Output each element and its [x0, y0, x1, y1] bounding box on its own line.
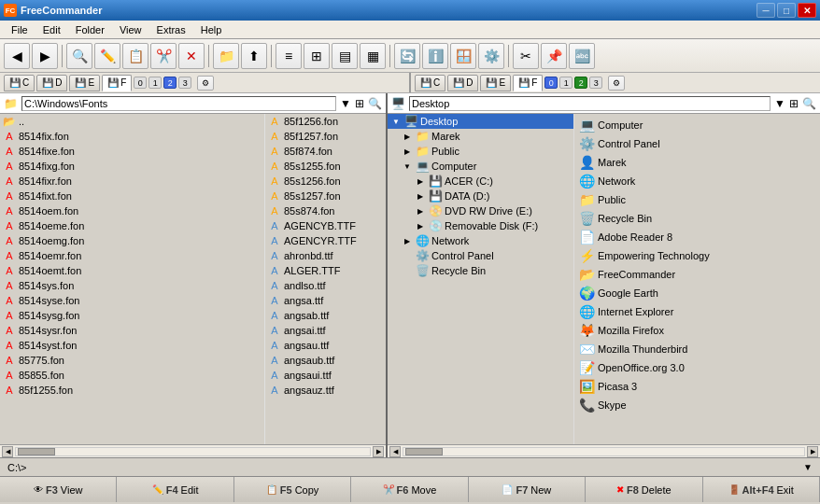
- list-item[interactable]: A8514syse.fon: [0, 293, 264, 308]
- list-item[interactable]: A8514fixr.fon: [0, 174, 264, 189]
- icon-item-computer[interactable]: 💻 Computer: [576, 116, 818, 134]
- tree-item-acer[interactable]: ▶ 💾 ACER (C:): [388, 174, 573, 189]
- folder-up-button[interactable]: ⬆: [241, 43, 267, 69]
- title-bar-buttons[interactable]: ─ □ ✕: [756, 3, 816, 18]
- tree-expand-data[interactable]: ▶: [414, 189, 427, 203]
- tree-item-public[interactable]: ▶ 📁 Public: [388, 144, 573, 159]
- list-item[interactable]: A8514fix.fon: [0, 129, 264, 144]
- properties-button[interactable]: ℹ️: [422, 43, 448, 69]
- tree-item-desktop[interactable]: ▼ 🖥️ Desktop: [388, 114, 573, 129]
- list-item[interactable]: A8514sysg.fon: [0, 308, 264, 323]
- left-hscroll-thumb[interactable]: [18, 448, 55, 455]
- icon-item-network[interactable]: 🌐 Network: [576, 172, 818, 190]
- icon-item-empowering[interactable]: ⚡ Empowering Technology: [576, 246, 818, 265]
- right-hscroll-track[interactable]: [403, 447, 805, 456]
- move-button[interactable]: ✂️: [150, 43, 177, 69]
- list-item[interactable]: A8514oem.fon: [0, 203, 264, 218]
- list-item[interactable]: A8514oeme.fon: [0, 218, 264, 233]
- left-tab-3[interactable]: 3: [178, 77, 191, 89]
- icon-item-googleearth[interactable]: 🌍 Google Earth: [576, 284, 818, 302]
- list-item[interactable]: AAGENCYB.TTF: [265, 218, 386, 233]
- menu-view[interactable]: View: [112, 22, 149, 37]
- tree-item-computer[interactable]: ▼ 💻 Computer: [388, 159, 573, 174]
- list-item[interactable]: A85s1256.fon: [265, 174, 386, 189]
- list-item[interactable]: AALGER.TTF: [265, 263, 386, 278]
- view1-button[interactable]: ≡: [276, 43, 302, 69]
- left-path-btn2[interactable]: ⊞: [355, 97, 364, 110]
- icon-item-controlpanel[interactable]: ⚙️ Control Panel: [576, 134, 818, 153]
- list-item[interactable]: A8514fixg.fon: [0, 159, 264, 174]
- f3-view-button[interactable]: 👁 F3 View: [0, 477, 117, 502]
- icon-item-adobe[interactable]: 📄 Adobe Reader 8: [576, 228, 818, 246]
- left-drive-e[interactable]: 💾 E: [69, 75, 100, 91]
- right-path-btn1[interactable]: ▼: [774, 97, 785, 110]
- icon-item-thunderbird[interactable]: ✉️ Mozilla Thunderbird: [576, 340, 818, 358]
- copy-button[interactable]: 📋: [122, 43, 148, 69]
- left-tab-1[interactable]: 1: [148, 77, 162, 89]
- left-hscroll-left[interactable]: ◀: [2, 446, 13, 457]
- right-panel-settings[interactable]: ⚙: [608, 76, 625, 91]
- tree-item-marek[interactable]: ▶ 📁 Marek: [388, 129, 573, 144]
- altf4-exit-button[interactable]: 🚪 Alt+F4 Exit: [703, 477, 820, 502]
- right-tab-2[interactable]: 2: [574, 77, 587, 89]
- list-item[interactable]: Aangsau.ttf: [265, 338, 386, 353]
- right-drive-d[interactable]: 💾 D: [447, 75, 478, 91]
- paste-button[interactable]: 📌: [541, 43, 567, 69]
- list-item[interactable]: Aangsai.ttf: [265, 323, 386, 338]
- left-drive-c[interactable]: 💾 C: [4, 75, 35, 91]
- forward-button[interactable]: ▶: [32, 43, 58, 69]
- icon-item-skype[interactable]: 📞 Skype: [576, 396, 818, 414]
- tree-item-network[interactable]: ▶ 🌐 Network: [388, 233, 573, 248]
- icon-item-recycle[interactable]: 🗑️ Recycle Bin: [576, 209, 818, 228]
- list-item[interactable]: A85f1256.fon: [265, 114, 386, 129]
- settings-button[interactable]: ⚙️: [478, 43, 504, 69]
- left-path-btn1[interactable]: ▼: [340, 97, 351, 110]
- view3-button[interactable]: ▤: [332, 43, 358, 69]
- list-item[interactable]: Aangsaui.ttf: [265, 368, 386, 383]
- refresh-button[interactable]: 🔄: [394, 43, 420, 69]
- menu-extras[interactable]: Extras: [149, 22, 193, 37]
- tree-expand-acer[interactable]: ▶: [414, 175, 427, 188]
- list-item[interactable]: Aangsab.ttf: [265, 308, 386, 323]
- list-item[interactable]: AAGENCYR.TTF: [265, 233, 386, 248]
- list-item[interactable]: A8514sys.fon: [0, 278, 264, 293]
- scissors-button[interactable]: ✂: [513, 43, 539, 69]
- left-folder-icon[interactable]: 📁: [4, 97, 18, 110]
- left-path-btn3[interactable]: 🔍: [368, 97, 382, 110]
- search-button[interactable]: 🔍: [66, 43, 92, 69]
- delete-button[interactable]: ✕: [178, 43, 205, 69]
- icon-item-openoffice[interactable]: 📝 OpenOffice.org 3.0: [576, 358, 818, 377]
- list-item[interactable]: A85775.fon: [0, 353, 264, 368]
- tree-expand-marek[interactable]: ▶: [401, 130, 414, 143]
- left-hscroll-track[interactable]: [15, 447, 371, 456]
- right-path-btn3[interactable]: 🔍: [802, 97, 816, 110]
- edit-button[interactable]: ✏️: [94, 43, 120, 69]
- left-drive-d[interactable]: 💾 D: [36, 75, 67, 91]
- view4-button[interactable]: ▦: [360, 43, 386, 69]
- list-item[interactable]: Aandlso.ttf: [265, 278, 386, 293]
- tree-expand-dvd[interactable]: ▶: [414, 204, 427, 217]
- tree-item-recycle[interactable]: 🗑️ Recycle Bin: [388, 263, 573, 278]
- right-tab-3[interactable]: 3: [589, 77, 602, 89]
- list-item[interactable]: A85s1257.fon: [265, 189, 386, 203]
- menu-help[interactable]: Help: [193, 22, 230, 37]
- menu-edit[interactable]: Edit: [35, 22, 68, 37]
- new-folder-button[interactable]: 📁: [213, 43, 239, 69]
- list-item[interactable]: A8514sysr.fon: [0, 323, 264, 338]
- menu-file[interactable]: File: [4, 22, 35, 37]
- list-item[interactable]: A85f874.fon: [265, 144, 386, 159]
- left-tab-2[interactable]: 2: [163, 77, 177, 89]
- left-hscroll-right[interactable]: ▶: [373, 446, 384, 457]
- list-item[interactable]: A85f1257.fon: [265, 129, 386, 144]
- list-item[interactable]: A85855.fon: [0, 368, 264, 383]
- right-tab-1[interactable]: 1: [559, 77, 573, 89]
- icon-item-ie[interactable]: 🌐 Internet Explorer: [576, 302, 818, 321]
- list-item[interactable]: A8514oemt.fon: [0, 263, 264, 278]
- right-drive-e[interactable]: 💾 E: [480, 75, 511, 91]
- tree-expand-network[interactable]: ▶: [401, 234, 414, 247]
- f5-copy-button[interactable]: 📋 F5 Copy: [234, 477, 351, 502]
- icon-item-marek[interactable]: 👤 Marek: [576, 153, 818, 172]
- list-item[interactable]: Aangsauz.ttf: [265, 383, 386, 398]
- list-item[interactable]: A85s874.fon: [265, 203, 386, 218]
- right-path-input[interactable]: [409, 96, 771, 111]
